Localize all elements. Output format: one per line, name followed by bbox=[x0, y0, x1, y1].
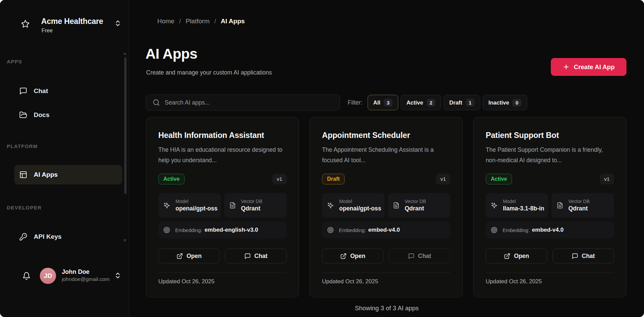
vector-db-label: Vector DB bbox=[241, 199, 262, 204]
status-badge: Draft bbox=[322, 174, 345, 184]
sidebar: Acme Healthcare Free APPS Chat Docs PLAT… bbox=[0, 0, 129, 317]
external-link-icon bbox=[504, 253, 510, 259]
open-button-label: Open bbox=[514, 253, 529, 260]
version-badge: v1 bbox=[272, 174, 287, 184]
sparkles-icon bbox=[163, 202, 170, 209]
chat-button-label: Chat bbox=[418, 253, 431, 260]
card-description: The Appointment Scheduling Assistant is … bbox=[322, 145, 450, 166]
open-button[interactable]: Open bbox=[158, 249, 220, 263]
filter-inactive-button[interactable]: Inactive 0 bbox=[483, 95, 527, 110]
chevrons-up-down-icon bbox=[114, 272, 122, 279]
section-label-platform: PLATFORM bbox=[7, 143, 38, 149]
main-content: Home / Platform / AI Apps AI Apps Create… bbox=[130, 0, 644, 317]
search-icon bbox=[153, 99, 160, 106]
card-updated: Updated Oct 26, 2025 bbox=[486, 278, 614, 285]
chat-icon bbox=[572, 253, 578, 259]
user-menu[interactable]: JD John Doe johndoe@gmail.com bbox=[0, 267, 129, 286]
create-ai-app-button[interactable]: Create AI App bbox=[551, 58, 626, 76]
embedding-label: Embedding: bbox=[503, 227, 530, 233]
chat-button-label: Chat bbox=[582, 253, 595, 260]
embedding-info-box: Embedding: embed-v4.0 bbox=[322, 222, 450, 238]
model-info-box: Model openai/gpt-oss bbox=[158, 193, 221, 218]
target-icon bbox=[327, 227, 334, 233]
model-info-box: Model llama-3.1-8b-in bbox=[486, 193, 548, 218]
sidebar-item-chat[interactable]: Chat bbox=[14, 81, 122, 101]
filter-active-button[interactable]: Active 2 bbox=[401, 95, 441, 110]
chat-button-disabled[interactable]: Chat bbox=[389, 249, 450, 263]
card-updated: Updated Oct 26, 2025 bbox=[322, 278, 450, 285]
breadcrumb-platform[interactable]: Platform bbox=[186, 18, 210, 25]
file-text-icon bbox=[393, 202, 400, 209]
model-label: Model bbox=[503, 199, 544, 204]
filter-draft-button[interactable]: Draft 1 bbox=[444, 95, 480, 110]
sidebar-item-api-keys[interactable]: API Keys bbox=[14, 227, 122, 247]
model-label: Model bbox=[176, 199, 217, 204]
section-label-developer: DEVELOPER bbox=[7, 205, 42, 210]
target-icon bbox=[163, 227, 170, 233]
scrollbar-thumb[interactable] bbox=[124, 57, 127, 194]
scrollbar-down-arrow[interactable] bbox=[123, 239, 127, 242]
filter-button-label: Draft bbox=[449, 99, 462, 106]
sidebar-item-docs[interactable]: Docs bbox=[14, 105, 122, 125]
filter-count-badge: 0 bbox=[512, 99, 521, 107]
section-label-apps: APPS bbox=[7, 59, 22, 64]
org-plan: Free bbox=[42, 28, 53, 34]
embedding-value: embed-v4.0 bbox=[368, 227, 400, 233]
breadcrumb-home[interactable]: Home bbox=[157, 18, 175, 25]
vector-db-info-box: Vector DB Qdrant bbox=[224, 193, 287, 218]
version-badge: v1 bbox=[436, 174, 450, 184]
app-card-appointment-scheduler: Appointment Scheduler The Appointment Sc… bbox=[310, 117, 463, 297]
embedding-label: Embedding: bbox=[175, 227, 202, 233]
user-name: John Doe bbox=[62, 268, 89, 276]
bell-icon[interactable] bbox=[22, 272, 31, 280]
key-icon bbox=[19, 233, 27, 241]
vector-db-label: Vector DB bbox=[568, 199, 590, 204]
card-title: Health Information Assistant bbox=[158, 131, 287, 140]
chat-button[interactable]: Chat bbox=[225, 249, 287, 263]
create-button-label: Create AI App bbox=[574, 63, 615, 71]
filter-label: Filter: bbox=[348, 99, 363, 106]
filter-button-label: Active bbox=[406, 99, 423, 106]
vector-db-value: Qdrant bbox=[568, 205, 590, 212]
breadcrumb-separator: / bbox=[179, 18, 181, 25]
sidebar-item-label: Chat bbox=[34, 87, 48, 95]
embedding-info-box: Embedding: embed-v4.0 bbox=[486, 222, 614, 238]
app-cards-grid: Health Information Assistant The HIA is … bbox=[146, 117, 626, 297]
app-card-patient-support-bot: Patient Support Bot The Patient Support … bbox=[473, 117, 626, 297]
filter-button-label: All bbox=[373, 99, 380, 106]
open-button[interactable]: Open bbox=[486, 249, 547, 263]
divider bbox=[486, 272, 614, 273]
layout-panels-icon bbox=[19, 171, 27, 179]
app-card-health-information-assistant: Health Information Assistant The HIA is … bbox=[146, 117, 299, 297]
model-value: openai/gpt-oss bbox=[339, 205, 381, 212]
sidebar-item-ai-apps[interactable]: AI Apps bbox=[14, 165, 122, 184]
filter-count-badge: 1 bbox=[466, 99, 475, 107]
external-link-icon bbox=[340, 253, 347, 259]
open-button-label: Open bbox=[187, 253, 202, 260]
target-icon bbox=[491, 227, 498, 233]
open-button[interactable]: Open bbox=[322, 249, 383, 263]
chevrons-up-down-icon bbox=[114, 20, 122, 27]
chat-icon bbox=[19, 87, 27, 95]
version-badge: v1 bbox=[600, 174, 614, 184]
breadcrumb-current: AI Apps bbox=[221, 18, 245, 25]
card-updated: Updated Oct 26, 2025 bbox=[158, 278, 287, 285]
search-box bbox=[146, 94, 340, 111]
star-icon bbox=[21, 20, 30, 28]
vector-db-value: Qdrant bbox=[405, 205, 426, 212]
filter-button-label: Inactive bbox=[488, 99, 509, 106]
file-text-icon bbox=[557, 202, 563, 209]
org-switcher[interactable]: Acme Healthcare Free bbox=[0, 13, 129, 40]
search-input[interactable] bbox=[165, 99, 335, 106]
scrollbar-up-arrow[interactable] bbox=[123, 52, 127, 55]
model-info-box: Model openai/gpt-oss bbox=[322, 193, 384, 218]
sidebar-item-label: Docs bbox=[34, 111, 49, 119]
filter-count-badge: 3 bbox=[384, 99, 393, 107]
avatar[interactable]: JD bbox=[40, 268, 56, 284]
model-label: Model bbox=[339, 199, 381, 204]
filter-group: Filter: All 3 Active 2 Draft 1 Inactive … bbox=[348, 94, 527, 111]
chat-button[interactable]: Chat bbox=[553, 249, 614, 263]
embedding-info-box: Embedding: embed-english-v3.0 bbox=[158, 222, 287, 238]
filter-all-button[interactable]: All 3 bbox=[368, 95, 398, 110]
sidebar-item-label: AI Apps bbox=[34, 171, 58, 178]
